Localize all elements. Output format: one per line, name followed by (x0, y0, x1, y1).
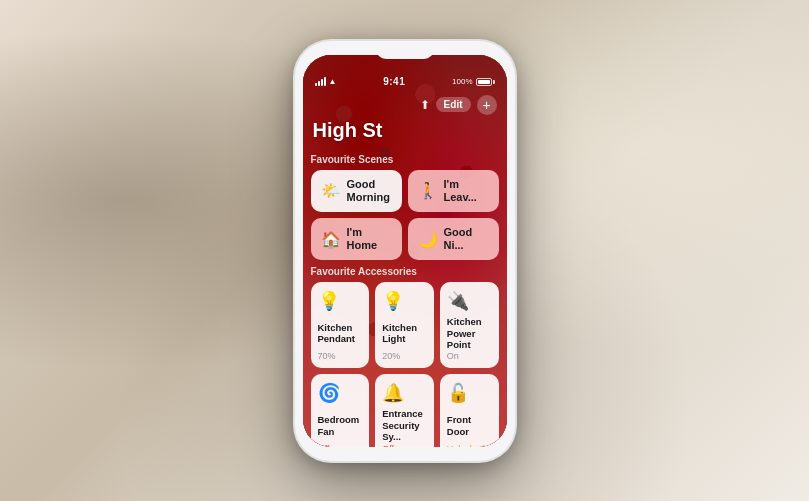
signal-icon (315, 78, 326, 86)
phone-screen: ▲ 9:41 100% (303, 55, 507, 447)
kitchen-power-status: On (447, 351, 492, 361)
kitchen-power-name: Kitchen Power Point (447, 316, 492, 350)
scenes-grid: 🌤️ Good Morning 🚶 I'm Leav... 🏠 I'm Home (311, 170, 499, 261)
im-home-icon: 🏠 (321, 230, 341, 249)
add-button[interactable]: + (477, 95, 497, 115)
status-right: 100% (452, 77, 494, 86)
accessory-kitchen-light[interactable]: 💡 Kitchen Light 20% (375, 282, 434, 368)
favourite-scenes-label: Favourite Scenes (311, 154, 499, 165)
accessory-kitchen-pendant[interactable]: 💡 Kitchen Pendant 70% (311, 282, 370, 368)
kitchen-pendant-name: Kitchen Pendant (318, 322, 363, 345)
bedroom-fan-icon: 🌀 (318, 382, 363, 404)
kitchen-pendant-status: 70% (318, 351, 363, 361)
accessories-grid: 💡 Kitchen Pendant 70% 💡 Kitchen Light 20… (311, 282, 499, 446)
entrance-security-status: Off (382, 444, 427, 447)
app-scroll-content[interactable]: Favourite Scenes 🌤️ Good Morning 🚶 I'm L… (303, 148, 507, 447)
accessory-kitchen-power-point[interactable]: 🔌 Kitchen Power Point On (440, 282, 499, 368)
status-left: ▲ (315, 77, 337, 86)
app-container: ▲ 9:41 100% (303, 55, 507, 447)
kitchen-light-icon: 💡 (382, 290, 427, 312)
app-header: ⬆ Edit + High St (303, 91, 507, 148)
scene-good-night[interactable]: 🌙 Good Ni... (408, 218, 499, 260)
kitchen-light-name: Kitchen Light (382, 322, 427, 345)
accessory-front-door[interactable]: 🔓 Front Door Unlocked (440, 374, 499, 446)
battery-percent: 100% (452, 77, 472, 86)
kitchen-light-status: 20% (382, 351, 427, 361)
front-door-name: Front Door (447, 414, 492, 437)
good-morning-icon: 🌤️ (321, 181, 341, 200)
phone-notch (375, 41, 435, 59)
accessory-bedroom-fan[interactable]: 🌀 Bedroom Fan Off (311, 374, 370, 446)
entrance-security-name: Entrance Security Sy... (382, 408, 427, 442)
battery-icon (476, 78, 495, 86)
accessory-entrance-security[interactable]: 🔔 Entrance Security Sy... Off (375, 374, 434, 446)
bedroom-fan-status: Off (318, 444, 363, 447)
im-leaving-icon: 🚶 (418, 181, 438, 200)
header-controls: ⬆ Edit + (313, 95, 497, 115)
wifi-icon: ▲ (329, 77, 337, 86)
good-morning-label: Good Morning (347, 178, 392, 204)
front-door-status: Unlocked (447, 444, 492, 447)
location-icon: ⬆ (420, 98, 430, 112)
edit-button[interactable]: Edit (436, 97, 471, 112)
good-night-icon: 🌙 (418, 230, 438, 249)
im-home-label: I'm Home (347, 226, 392, 252)
phone-frame: ▲ 9:41 100% (295, 41, 515, 461)
kitchen-power-icon: 🔌 (447, 290, 492, 312)
home-title: High St (313, 119, 497, 142)
kitchen-pendant-icon: 💡 (318, 290, 363, 312)
entrance-security-icon: 🔔 (382, 382, 427, 404)
good-night-label: Good Ni... (444, 226, 489, 252)
im-leaving-label: I'm Leav... (444, 178, 489, 204)
scene-im-leaving[interactable]: 🚶 I'm Leav... (408, 170, 499, 212)
favourite-accessories-label: Favourite Accessories (311, 266, 499, 277)
status-time: 9:41 (383, 76, 405, 87)
phone-body: ▲ 9:41 100% (295, 41, 515, 461)
status-bar: ▲ 9:41 100% (303, 69, 507, 91)
bedroom-fan-name: Bedroom Fan (318, 414, 363, 437)
scene-im-home[interactable]: 🏠 I'm Home (311, 218, 402, 260)
scene-good-morning[interactable]: 🌤️ Good Morning (311, 170, 402, 212)
front-door-icon: 🔓 (447, 382, 492, 404)
